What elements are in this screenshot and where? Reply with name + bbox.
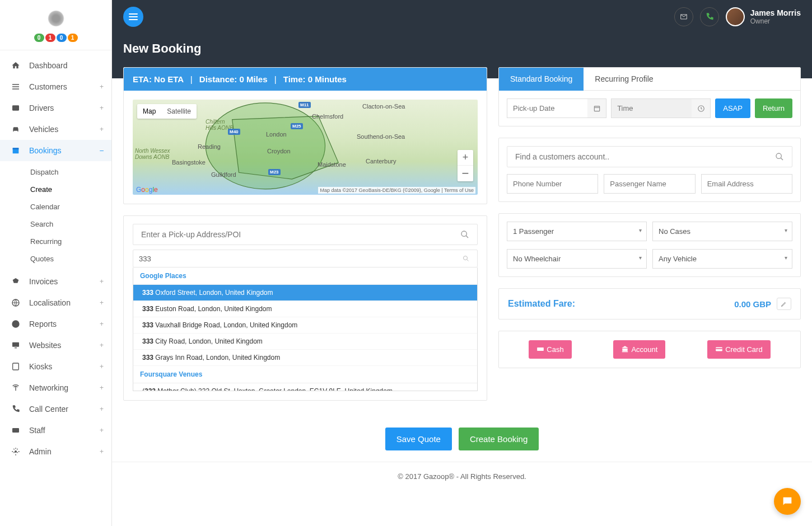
map-city-basingstoke: Basingstoke (172, 159, 206, 166)
subnav-recurring[interactable]: Recurring (30, 233, 111, 250)
map-type-satellite[interactable]: Satellite (161, 104, 197, 119)
section-foursquare: Foursquare Venues (133, 366, 477, 383)
payment-cash-button[interactable]: Cash (529, 340, 571, 359)
nav-networking[interactable]: Networking+ (0, 377, 111, 398)
return-button[interactable]: Return (755, 98, 792, 118)
nav-vehicles[interactable]: Vehicles+ (0, 119, 111, 140)
svg-rect-0 (12, 105, 19, 110)
pickup-query-field[interactable] (133, 250, 478, 267)
nav-websites[interactable]: Websites+ (0, 335, 111, 356)
search-icon (775, 152, 784, 161)
autocomplete-item[interactable]: 333 Euston Road, London, United Kingdom (133, 301, 477, 317)
eta-value: No ETA (154, 74, 184, 84)
passenger-name-input[interactable] (604, 174, 695, 194)
autocomplete-item[interactable]: 333 City Road, London, United Kingdom (133, 334, 477, 350)
booking-tabs: Standard Booking Recurring Profile (499, 68, 800, 91)
nav-admin[interactable]: Admin+ (0, 441, 111, 462)
svg-rect-5 (15, 347, 17, 348)
payment-card: Cash Account Credit Card (498, 331, 801, 368)
email-input[interactable] (701, 174, 792, 194)
status-badge-0[interactable]: 0 (34, 34, 44, 42)
passengers-select[interactable]: 1 Passenger (507, 222, 647, 241)
subnav-dispatch[interactable]: Dispatch (30, 163, 111, 181)
payment-account-button[interactable]: Account (613, 340, 665, 359)
menu-toggle-button[interactable] (123, 7, 143, 27)
subnav-quotes[interactable]: Quotes (30, 250, 111, 267)
call-button[interactable] (700, 7, 719, 26)
svg-point-12 (464, 256, 468, 260)
vehicle-select[interactable]: Any Vehicle (652, 249, 792, 269)
autocomplete-scroll[interactable]: Google Places 333 Oxford Street, London,… (133, 267, 477, 391)
mail-button[interactable] (674, 7, 693, 26)
options-card: 1 Passenger No Cases No Wheelchair Any V… (498, 213, 801, 277)
expand-icon: + (100, 448, 104, 455)
pickup-address-input[interactable] (141, 230, 456, 239)
expand-icon: + (100, 83, 104, 91)
pickup-time-field[interactable] (611, 98, 711, 118)
pickup-address-field[interactable] (133, 224, 478, 245)
create-booking-button[interactable]: Create Booking (459, 428, 539, 450)
status-badge-3[interactable]: 1 (68, 34, 78, 42)
autocomplete-item[interactable]: 333 Vauxhall Bridge Road, London, United… (133, 317, 477, 334)
nav-staff[interactable]: Staff+ (0, 420, 111, 441)
map[interactable]: London Reading Croydon Chelmsford Clacto… (133, 100, 478, 195)
zoom-out-button[interactable]: − (458, 166, 473, 181)
nav-label: Kiosks (29, 362, 52, 371)
nav-reports[interactable]: Reports+ (0, 313, 111, 335)
nav-kiosks[interactable]: Kiosks+ (0, 356, 111, 377)
map-city-southend: Southend-on-Sea (357, 133, 405, 140)
subnav-create[interactable]: Create (30, 181, 111, 198)
collapse-icon: – (100, 147, 104, 154)
customer-card (498, 138, 801, 202)
asap-button[interactable]: ASAP (715, 98, 750, 118)
edit-fare-button[interactable] (777, 298, 791, 310)
nav-dashboard[interactable]: Dashboard (0, 55, 111, 76)
user-name: James Morris (750, 8, 801, 17)
nav-invoices[interactable]: Invoices+ (0, 271, 111, 292)
subnav-search[interactable]: Search (30, 215, 111, 233)
globe-icon (10, 298, 21, 307)
customer-search-field[interactable] (507, 146, 792, 167)
pickup-query-input[interactable] (139, 255, 458, 263)
id-icon (10, 104, 21, 112)
autocomplete-item[interactable]: (333 Mother Club) 333 Old St, Hoxton, Gr… (133, 383, 477, 391)
svg-rect-2 (13, 148, 19, 149)
chat-button[interactable] (774, 488, 801, 515)
user-menu[interactable]: James Morris Owner (726, 7, 801, 26)
sidebar: 0 1 0 1 Dashboard Customers+ Drivers+ Ve… (0, 0, 112, 526)
pickup-date-field[interactable] (507, 98, 606, 118)
nav-label: Bookings (29, 146, 62, 155)
cases-select[interactable]: No Cases (652, 222, 792, 241)
nav-drivers[interactable]: Drivers+ (0, 97, 111, 119)
avatar (726, 7, 745, 26)
main: James Morris Owner New Booking ETA: No E… (112, 0, 812, 526)
subnav-calendar[interactable]: Calendar (30, 198, 111, 215)
zoom-in-button[interactable]: + (458, 150, 473, 166)
status-badge-1[interactable]: 1 (45, 34, 55, 42)
phone-input[interactable] (507, 174, 598, 194)
nav-customers[interactable]: Customers+ (0, 76, 111, 97)
road-m25: M25 (291, 123, 303, 129)
status-badge-2[interactable]: 0 (57, 34, 67, 42)
save-quote-button[interactable]: Save Quote (385, 428, 452, 450)
nav-localisation[interactable]: Localisation+ (0, 292, 111, 313)
autocomplete-dropdown: Google Places 333 Oxford Street, London,… (133, 267, 478, 391)
autocomplete-item[interactable]: 333 Oxford Street, London, United Kingdo… (133, 285, 477, 301)
scale-icon (10, 277, 21, 286)
autocomplete-item[interactable]: 333 Grays Inn Road, London, United Kingd… (133, 350, 477, 366)
tab-recurring[interactable]: Recurring Profile (584, 68, 664, 91)
nav-callcenter[interactable]: Call Center+ (0, 398, 111, 420)
status-badges: 0 1 0 1 (0, 31, 111, 50)
wheelchair-select[interactable]: No Wheelchair (507, 249, 647, 269)
map-type-map[interactable]: Map (137, 104, 161, 119)
tab-standard[interactable]: Standard Booking (499, 68, 584, 91)
expand-icon: + (100, 405, 104, 413)
nav-label: Admin (29, 447, 52, 456)
payment-card-button[interactable]: Credit Card (707, 340, 770, 359)
eta-label: ETA: (133, 74, 152, 84)
nav-bookings[interactable]: Bookings– (0, 140, 111, 161)
map-city-london: London (266, 131, 287, 138)
customer-search-input[interactable] (515, 152, 771, 161)
svg-rect-4 (12, 342, 19, 347)
expand-icon: + (100, 320, 104, 328)
